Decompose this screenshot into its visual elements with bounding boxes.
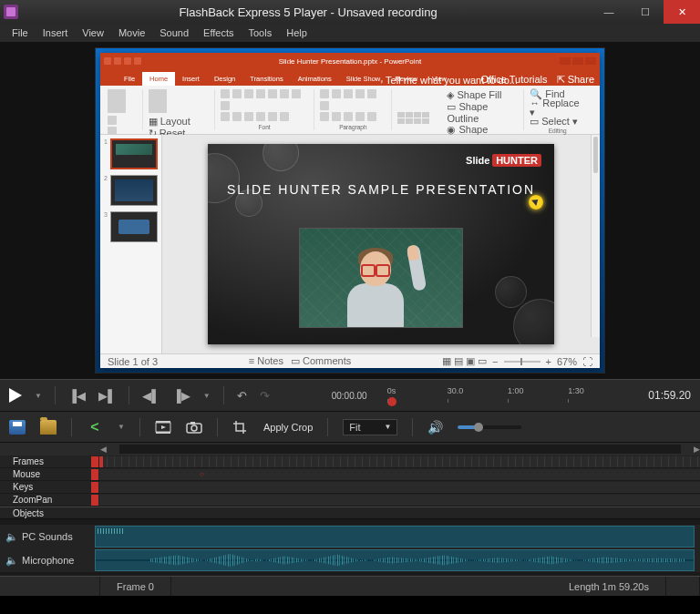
close-button[interactable]: ✕ (664, 0, 700, 24)
svg-point-6 (191, 425, 197, 431)
menu-help[interactable]: Help (280, 26, 314, 40)
ppt-scrollbar (591, 135, 600, 337)
ppt-ribbon: Clipboard ▦ Layout↻ Reset▭Slides Font Pa… (100, 86, 600, 135)
menu-effects[interactable]: Effects (197, 26, 240, 40)
status-bar: Frame 0 Length 1m 59.20s (0, 576, 700, 596)
window-controls: — ☐ ✕ (591, 0, 700, 24)
redo-button[interactable]: ↷ (260, 389, 270, 403)
skip-end-button[interactable]: ▶▌ (98, 389, 116, 403)
ppt-thumb-3: 3 (104, 211, 158, 242)
slide-title: SLIDE HUNTER SAMPLE PRESENTATION (208, 182, 554, 197)
ppt-slide: Slide HUNTER SLIDE HUNTER SAMPLE PRESENT… (208, 144, 554, 344)
ppt-tab-file: File (117, 72, 142, 86)
play-button[interactable] (9, 388, 22, 403)
minimize-button[interactable]: — (591, 0, 627, 24)
timeline-ruler[interactable]: 0s 30.0 1:00 1:30 (387, 386, 629, 404)
slide-logo: Slide HUNTER (466, 155, 541, 166)
ppt-tabs: File Home Insert Design Transitions Anim… (100, 69, 600, 86)
ppt-statusbar: Slide 1 of 3 ≡ Notes▭ Comments ▦ ▤ ▣ ▭−+… (100, 353, 600, 368)
crop-button[interactable] (232, 420, 249, 435)
current-time: 00:00.00 (332, 391, 367, 401)
ppt-tab-insert: Insert (175, 72, 207, 86)
ppt-slide-area: Slide HUNTER SLIDE HUNTER SAMPLE PRESENT… (162, 135, 600, 353)
window-title: FlashBack Express 5 Player - Unsaved rec… (26, 5, 591, 19)
slide-image (299, 228, 463, 328)
recorded-desktop: Slide Hunter Presentation.pptx - PowerPo… (95, 47, 605, 374)
menu-insert[interactable]: Insert (36, 26, 75, 40)
volume-slider[interactable] (458, 425, 521, 429)
svg-marker-3 (161, 425, 166, 429)
save-button[interactable] (9, 420, 26, 435)
playhead-icon[interactable] (387, 397, 396, 406)
share-button[interactable]: < (87, 420, 103, 435)
open-button[interactable] (40, 420, 57, 435)
menu-movie[interactable]: Movie (112, 26, 151, 40)
total-time: 01:59.20 (648, 389, 691, 402)
track-objects[interactable]: Objects (0, 507, 700, 519)
menu-sound[interactable]: Sound (153, 26, 195, 40)
ppt-thumb-2: 2 (104, 175, 158, 206)
speaker-icon: 🔈 (5, 531, 18, 543)
zoom-fit-select[interactable]: Fit▼ (343, 419, 397, 435)
screenshot-button[interactable] (186, 420, 202, 435)
status-length: Length 1m 59.20s (552, 577, 666, 596)
speaker-icon: 🔈 (5, 555, 18, 567)
ppt-titlebar: Slide Hunter Presentation.pptx - PowerPo… (100, 53, 600, 69)
svg-rect-5 (190, 422, 195, 425)
step-forward-button[interactable]: ▐▶ (173, 389, 190, 403)
track-keys[interactable]: Keys (0, 481, 700, 494)
step-back-button[interactable]: ◀▌ (142, 389, 160, 403)
menu-tools[interactable]: Tools (242, 26, 279, 40)
action-toolbar: <▼ Apply Crop Fit▼ 🔊 (0, 412, 700, 443)
ppt-thumbnails: 1 2 3 (100, 135, 162, 353)
status-frame: Frame 0 (100, 577, 171, 596)
undo-button[interactable]: ↶ (237, 389, 247, 403)
ppt-share: Office Tutorials⇱ Share (480, 74, 594, 86)
svg-rect-2 (156, 432, 170, 434)
ppt-tab-transitions: Transitions (242, 72, 290, 86)
track-zoompan[interactable]: ZoomPan (0, 494, 700, 507)
track-mouse[interactable]: Mouse ○ (0, 468, 700, 481)
maximize-button[interactable]: ☐ (627, 0, 664, 24)
recorded-cursor (529, 195, 543, 210)
ppt-body: 1 2 3 Slide HUNTER SLIDE HUNTER SAMPLE P… (100, 135, 600, 353)
menu-bar: File Insert View Movie Sound Effects Too… (0, 24, 700, 42)
track-pc-sounds[interactable]: 🔈PC Sounds (0, 525, 700, 548)
powerpoint-window: Slide Hunter Presentation.pptx - PowerPo… (100, 53, 600, 368)
track-microphone[interactable]: 🔈Microphone (0, 548, 700, 572)
skip-start-button[interactable]: ▐◀ (68, 389, 86, 403)
svg-rect-1 (156, 421, 170, 423)
ppt-title: Slide Hunter Presentation.pptx - PowerPo… (279, 57, 422, 66)
movie-settings-button[interactable] (155, 420, 171, 435)
menu-file[interactable]: File (5, 26, 35, 40)
title-bar: FlashBack Express 5 Player - Unsaved rec… (0, 0, 700, 24)
video-preview: Slide Hunter Presentation.pptx - PowerPo… (0, 42, 700, 379)
apply-crop-button[interactable]: Apply Crop (263, 422, 313, 433)
ppt-thumb-1: 1 (104, 138, 158, 169)
menu-view[interactable]: View (76, 26, 110, 40)
track-scrollbar[interactable]: ◀▶ (0, 443, 700, 455)
ppt-tab-design: Design (207, 72, 242, 86)
tracks-panel: ◀▶ Frames Mouse ○ Keys ZoomPan Objects 🔈… (0, 443, 700, 576)
ppt-tab-home: Home (142, 72, 175, 86)
playback-controls: ▼ ▐◀ ▶▌ ◀▌ ▐▶▼ ↶ ↷ 00:00.00 0s 30.0 1:00… (0, 379, 700, 412)
track-frames[interactable]: Frames (0, 455, 700, 468)
play-dropdown[interactable]: ▼ (35, 392, 42, 400)
app-icon (4, 5, 18, 19)
ppt-tab-animations: Animations (291, 72, 339, 86)
volume-button[interactable]: 🔊 (427, 420, 443, 435)
